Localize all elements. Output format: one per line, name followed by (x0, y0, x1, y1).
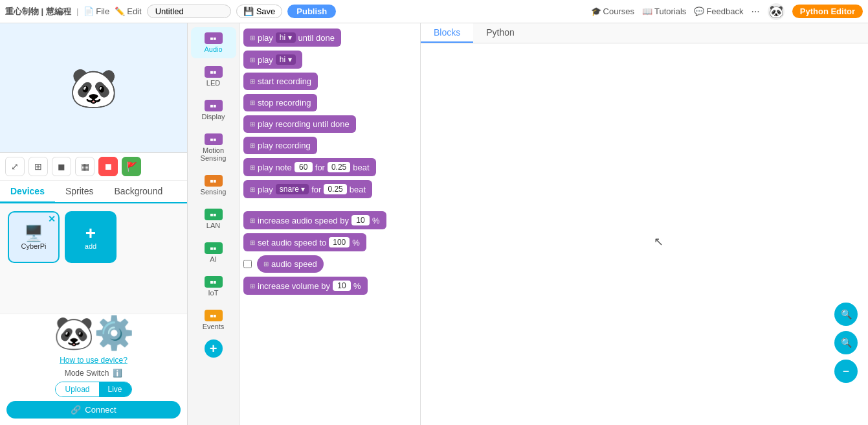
stop-button[interactable]: ⏹ (98, 157, 118, 176)
cat-item-lan[interactable]: ■■LAN (191, 203, 236, 235)
block-play-hi[interactable]: ⊞ play hi ▾ (243, 51, 302, 69)
cat-icon-sensing: ■■ (205, 175, 223, 187)
tutorials-link[interactable]: 📖 Tutorials (642, 6, 686, 16)
grid-list-button[interactable]: ▦ (75, 157, 95, 176)
cat-icon-motion-sensing: ■■ (205, 133, 223, 145)
block-play-recording-until-done[interactable]: ⊞ play recording until done (243, 115, 356, 133)
cat-item-audio[interactable]: ■■Audio (191, 27, 236, 58)
tab-python[interactable]: Python (473, 23, 528, 43)
stage-area: 🐼 (0, 23, 187, 153)
tab-sprites[interactable]: Sprites (55, 181, 104, 203)
save-button[interactable]: 💾 Save (236, 5, 283, 18)
edit-icon: ✏️ (115, 6, 125, 16)
block-notch: ⊞ (250, 34, 255, 41)
block-play-note[interactable]: ⊞ play note 60 for 0.25 beat (243, 158, 376, 176)
block-hi-dropdown2[interactable]: hi ▾ (276, 54, 296, 65)
flag-button[interactable]: 🚩 (122, 157, 141, 176)
zoom-out-button[interactable]: − (834, 360, 858, 383)
note-beat-input[interactable]: 0.25 (328, 162, 350, 172)
block-increase-volume[interactable]: ⊞ increase volume by 10 % (243, 277, 368, 295)
cat-icon-iot: ■■ (205, 276, 223, 288)
brand-label: 重心制物 | 慧編程 (5, 6, 71, 17)
block-play-hi-until-done[interactable]: ⊞ play hi ▾ until done (243, 29, 341, 47)
cat-item-led[interactable]: ■■LED (191, 61, 236, 92)
audio-speed-set-input[interactable]: 100 (329, 237, 350, 247)
device-info-panel: 🐼⚙️ How to use device? Mode Switch ℹ️ Up… (0, 314, 187, 425)
publish-button[interactable]: Publish (287, 5, 336, 18)
cat-item-iot[interactable]: ■■IoT (191, 271, 236, 302)
expand-button[interactable]: ⤢ (5, 157, 25, 176)
snare-beat-input[interactable]: 0.25 (324, 184, 346, 194)
volume-increase-input[interactable]: 10 (333, 281, 351, 291)
block-audio-speed-row: ⊞ audio speed (243, 255, 416, 273)
cat-label-motion-sensing: Motion Sensing (194, 146, 234, 162)
grid-large-button[interactable]: ◼ (52, 157, 71, 176)
python-editor-button[interactable]: Python Editor (792, 5, 863, 18)
block-stop-recording[interactable]: ⊞ stop recording (243, 94, 317, 111)
cat-label-iot: IoT (208, 289, 219, 297)
tab-devices[interactable]: Devices (0, 181, 55, 203)
workspace-tabs: Blocks Python (421, 23, 868, 43)
feedback-link[interactable]: 💬 Feedback (694, 6, 743, 16)
zoom-in-button[interactable]: 🔍 (834, 303, 858, 326)
zoom-fit-button[interactable]: 🔍 (834, 331, 858, 354)
cat-item-display[interactable]: ■■Display (191, 95, 236, 126)
cat-label-display: Display (201, 113, 225, 121)
block-hi-dropdown[interactable]: hi ▾ (276, 32, 296, 43)
block-increase-audio-speed[interactable]: ⊞ increase audio speed by 10 % (243, 211, 386, 229)
workspace-canvas[interactable]: ↖ 🔍 🔍 − (421, 43, 868, 422)
block-play-recording[interactable]: ⊞ play recording (243, 137, 317, 154)
mode-switch-label: Mode Switch (65, 369, 109, 378)
upload-mode-button[interactable]: Upload (56, 382, 98, 396)
add-label: add (85, 242, 96, 250)
add-device-button[interactable]: + add (65, 211, 117, 263)
device-cyberpi[interactable]: ✕ 🖥️ CyberPi (8, 211, 60, 263)
stage-controls: ⤢ ⊞ ◼ ▦ ⏹ 🚩 (0, 153, 187, 181)
block-start-recording[interactable]: ⊞ start recording (243, 73, 318, 90)
how-to-link[interactable]: How to use device? (60, 356, 128, 365)
cat-item-events[interactable]: ■■Events (191, 304, 236, 336)
block-audio-speed-reporter[interactable]: ⊞ audio speed (257, 255, 324, 273)
edit-menu[interactable]: ✏️ Edit (115, 6, 141, 16)
audio-speed-checkbox[interactable] (243, 260, 252, 268)
file-menu[interactable]: 📄 File (83, 6, 109, 16)
connect-button[interactable]: 🔗 Connect (6, 401, 181, 419)
device-area: ✕ 🖥️ CyberPi + add (0, 203, 187, 314)
cat-label-led: LED (206, 79, 220, 87)
close-device-icon[interactable]: ✕ (48, 214, 56, 224)
courses-link[interactable]: 🎓 Courses (591, 6, 634, 16)
tab-blocks[interactable]: Blocks (421, 23, 473, 43)
cat-item-motion-sensing[interactable]: ■■Motion Sensing (191, 128, 236, 167)
top-nav: 重心制物 | 慧編程 | 📄 File ✏️ Edit 💾 Save Publi… (0, 0, 868, 23)
grid-small-button[interactable]: ⊞ (28, 157, 48, 176)
connect-icon: 🔗 (71, 405, 81, 415)
cat-item-ai[interactable]: ■■AI (191, 237, 236, 268)
cat-add-button[interactable]: + (205, 339, 223, 358)
left-panel: 🐼 ⤢ ⊞ ◼ ▦ ⏹ 🚩 Devices Sprites Background… (0, 23, 188, 425)
block-play-snare[interactable]: ⊞ play snare ▾ for 0.25 beat (243, 180, 372, 198)
tutorials-icon: 📖 (642, 6, 652, 16)
live-mode-button[interactable]: Live (99, 382, 131, 396)
avatar[interactable]: 🐼 (768, 3, 785, 20)
cat-item-sensing[interactable]: ■■Sensing (191, 170, 236, 201)
tab-background[interactable]: Background (104, 181, 173, 203)
courses-icon: 🎓 (591, 6, 601, 16)
audio-speed-increase-input[interactable]: 10 (351, 215, 370, 225)
note-value-input[interactable]: 60 (295, 162, 313, 172)
cat-icon-events: ■■ (205, 310, 223, 321)
add-plus-icon: + (85, 224, 96, 242)
workspace: Blocks Python ↖ 🔍 🔍 − (421, 23, 868, 425)
cat-icon-lan: ■■ (205, 209, 223, 220)
mode-switch-row: Mode Switch ℹ️ (65, 369, 123, 378)
more-menu[interactable]: ··· (751, 6, 759, 17)
block-snare-dropdown[interactable]: snare ▾ (276, 184, 309, 194)
blocks-panel: ⊞ play hi ▾ until done ⊞ play hi ▾ ⊞ sta… (239, 23, 421, 425)
main-layout: 🐼 ⤢ ⊞ ◼ ▦ ⏹ 🚩 Devices Sprites Background… (0, 23, 868, 425)
cursor: ↖ (654, 235, 663, 249)
block-set-audio-speed[interactable]: ⊞ set audio speed to 100 % (243, 233, 366, 251)
file-icon: 📄 (83, 6, 94, 16)
title-input[interactable] (147, 5, 231, 18)
cat-icon-led: ■■ (205, 66, 223, 78)
cat-icon-ai: ■■ (205, 242, 223, 254)
nav-right: 🎓 Courses 📖 Tutorials 💬 Feedback ··· 🐼 P… (591, 3, 863, 20)
